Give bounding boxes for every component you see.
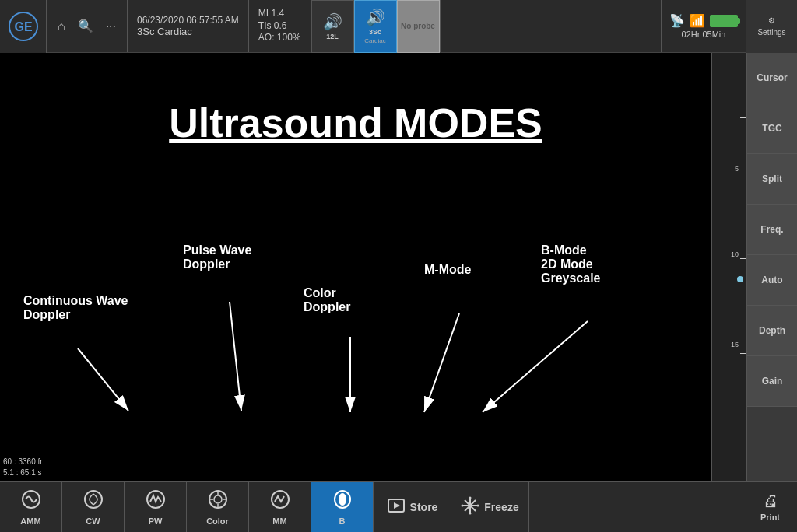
ruler-label-10: 10 — [731, 250, 739, 258]
svg-line-3 — [78, 348, 128, 411]
svg-point-26 — [469, 496, 472, 499]
mode-amm-button[interactable]: AMM — [0, 482, 62, 533]
store-button[interactable]: Store — [374, 482, 451, 533]
split-button[interactable]: Split — [747, 154, 797, 205]
store-label: Store — [410, 501, 438, 513]
no-probe-label: No probe — [401, 22, 435, 30]
color-icon — [208, 489, 228, 514]
top-bar: GE ⌂ 🔍 ··· 06/23/2020 06:57:55 AM 3Sc Ca… — [0, 0, 797, 53]
time-range: 5.1 : 65.1 s — [3, 467, 43, 478]
main-title: Ultrasound MODES — [169, 100, 542, 146]
main-area: Ultrasound MODES Continuous Wave Doppler… — [0, 53, 797, 481]
mode-b-button[interactable]: B — [311, 482, 374, 533]
svg-text:GE: GE — [14, 20, 32, 33]
battery-bar — [710, 15, 738, 27]
freeze-label: Freeze — [484, 501, 518, 513]
b-label: B — [339, 516, 346, 526]
cw-icon — [83, 489, 104, 514]
probe-12l-label: 12L — [326, 33, 339, 40]
mm-label: MM — [272, 516, 286, 526]
bottom-info: 60 : 3360 fr 5.1 : 65.1 s — [3, 457, 43, 478]
pw-icon — [146, 489, 166, 514]
probe-12l-icon: 🔊 — [323, 12, 342, 31]
top-right-buttons: 📡 📶 02Hr 05Min ⚙ Settings — [661, 0, 797, 52]
ao-value: AO: 100% — [258, 32, 301, 44]
probe-12l-button[interactable]: 🔊 12L — [311, 0, 354, 53]
annotation-pw: Pulse Wave Doppler — [183, 243, 251, 271]
svg-point-10 — [147, 491, 164, 508]
freq-button[interactable]: Freq. — [747, 205, 797, 255]
probe-3sc-label: 3Sc — [369, 28, 381, 36]
svg-line-6 — [424, 313, 459, 412]
color-label: Color — [206, 516, 229, 526]
ge-logo: GE — [0, 0, 47, 53]
svg-line-7 — [483, 321, 588, 412]
annotation-cw: Continuous Wave Doppler — [23, 294, 128, 322]
cw-label: CW — [86, 516, 100, 526]
image-area: Ultrasound MODES Continuous Wave Doppler… — [0, 53, 711, 481]
search-button[interactable]: 🔍 — [73, 16, 98, 37]
freeze-button[interactable]: Freeze — [451, 482, 529, 533]
gear-icon: ⚙ — [768, 16, 775, 25]
pw-label: PW — [149, 516, 163, 526]
ruler-label-15: 15 — [731, 341, 739, 348]
probe-3sc-sublabel: Cardiac — [364, 37, 386, 44]
ruler-label-5: 5 — [735, 165, 739, 173]
svg-point-12 — [214, 495, 222, 503]
mode-pw-button[interactable]: PW — [125, 482, 187, 533]
top-left-icons: ⌂ 🔍 ··· — [47, 0, 128, 52]
probe-3sc-icon: 🔊 — [366, 8, 385, 26]
ruler-scale: 5 10 15 — [712, 53, 746, 481]
mode-cw-button[interactable]: CW — [62, 482, 125, 533]
svg-point-28 — [462, 504, 464, 506]
amm-icon — [21, 489, 41, 514]
tis-value: TIs 0.6 — [258, 20, 301, 33]
settings-label: Settings — [757, 28, 785, 37]
bottom-bar: AMM CW PW Color MM B Store — [0, 481, 797, 532]
signal-icon: 📡 — [669, 13, 685, 28]
tgc-button[interactable]: TGC — [747, 103, 797, 154]
amm-label: AMM — [20, 516, 40, 526]
right-panel: Cursor TGC Split Freq. Auto Depth Gain — [746, 53, 797, 481]
ruler-tick-3 — [740, 353, 746, 354]
b-icon — [332, 489, 353, 514]
mm-icon — [270, 489, 290, 514]
datetime-probe: 06/23/2020 06:57:55 AM 3Sc Cardiac — [128, 0, 249, 52]
print-label: Print — [760, 513, 780, 522]
svg-line-4 — [230, 302, 241, 411]
frame-count: 60 : 3360 fr — [3, 457, 43, 467]
annotation-color: Color Doppler — [304, 286, 350, 314]
ruler-tick-2 — [740, 258, 746, 259]
battery-time-text: 02Hr 05Min — [682, 30, 726, 39]
ruler-tick-1 — [740, 117, 746, 118]
ruler-sidebar: 5 10 15 — [711, 53, 746, 481]
svg-point-27 — [469, 512, 472, 514]
depth-button[interactable]: Depth — [747, 306, 797, 356]
svg-point-9 — [85, 491, 102, 508]
settings-button[interactable]: ⚙ Settings — [746, 0, 797, 53]
freeze-icon — [461, 496, 479, 519]
home-button[interactable]: ⌂ — [53, 16, 70, 37]
ruler-dot — [737, 276, 743, 282]
mi-info: MI 1.4 TIs 0.6 AO: 100% — [249, 0, 311, 52]
mode-mm-button[interactable]: MM — [249, 482, 311, 533]
datetime-text: 06/23/2020 06:57:55 AM — [137, 15, 239, 26]
annotation-bmode: B-Mode 2D Mode Greyscale — [541, 243, 601, 285]
svg-point-19 — [339, 493, 346, 506]
wifi-icon: 📶 — [690, 13, 705, 28]
print-icon: 🖨 — [763, 492, 778, 510]
store-icon — [387, 496, 406, 519]
battery-time-display: 📡 📶 02Hr 05Min — [662, 0, 746, 52]
svg-point-29 — [477, 504, 479, 506]
batt-icons: 📡 📶 — [669, 13, 738, 28]
cursor-button[interactable]: Cursor — [747, 53, 797, 103]
probe-text: 3Sc Cardiac — [137, 26, 192, 37]
annotation-mmode: M-Mode — [424, 263, 471, 277]
menu-button[interactable]: ··· — [101, 16, 121, 37]
mode-color-button[interactable]: Color — [187, 482, 249, 533]
print-button[interactable]: 🖨 Print — [743, 482, 797, 533]
auto-button[interactable]: Auto — [747, 255, 797, 306]
mi-value: MI 1.4 — [258, 8, 301, 20]
gain-button[interactable]: Gain — [747, 356, 797, 407]
probe-3sc-button[interactable]: 🔊 3Sc Cardiac — [354, 0, 397, 53]
